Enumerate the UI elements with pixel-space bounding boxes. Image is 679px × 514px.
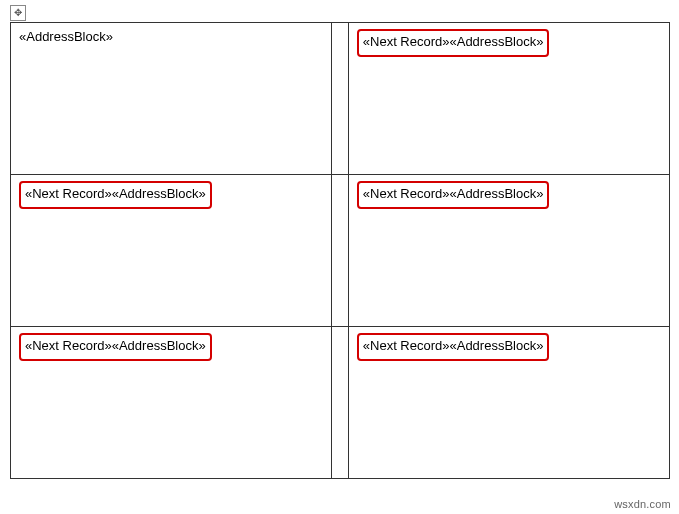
label-gutter [332, 327, 349, 479]
merge-field: «AddressBlock» [19, 29, 113, 44]
document-page: ✥ «AddressBlock» «Next Record»«AddressBl… [0, 0, 679, 514]
label-cell[interactable]: «Next Record»«AddressBlock» [11, 175, 332, 327]
table-move-handle[interactable]: ✥ [10, 5, 26, 21]
label-gutter [332, 23, 349, 175]
label-cell[interactable]: «Next Record»«AddressBlock» [348, 175, 669, 327]
label-row: «Next Record»«AddressBlock» «Next Record… [11, 327, 670, 479]
label-cell[interactable]: «Next Record»«AddressBlock» [11, 327, 332, 479]
label-gutter [332, 175, 349, 327]
label-cell[interactable]: «Next Record»«AddressBlock» [348, 327, 669, 479]
label-row: «Next Record»«AddressBlock» «Next Record… [11, 175, 670, 327]
merge-field: «Next Record»«AddressBlock» [19, 333, 212, 361]
label-cell[interactable]: «Next Record»«AddressBlock» [348, 23, 669, 175]
merge-field: «Next Record»«AddressBlock» [357, 29, 550, 57]
merge-field: «Next Record»«AddressBlock» [357, 181, 550, 209]
watermark: wsxdn.com [614, 498, 671, 510]
label-row: «AddressBlock» «Next Record»«AddressBloc… [11, 23, 670, 175]
merge-field: «Next Record»«AddressBlock» [357, 333, 550, 361]
move-handle-icon: ✥ [14, 8, 22, 18]
label-cell[interactable]: «AddressBlock» [11, 23, 332, 175]
mail-merge-label-sheet: «AddressBlock» «Next Record»«AddressBloc… [10, 22, 670, 479]
merge-field: «Next Record»«AddressBlock» [19, 181, 212, 209]
